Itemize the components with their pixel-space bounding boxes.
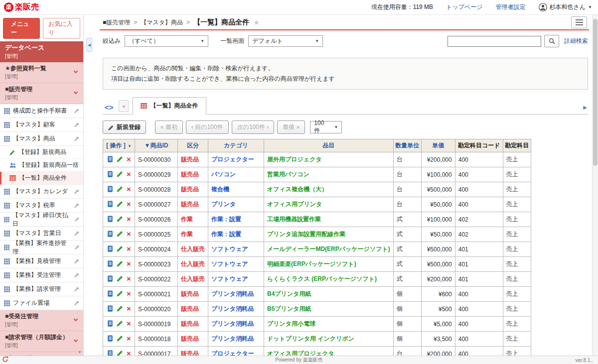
column-header[interactable]: カテゴリ <box>208 139 264 152</box>
wrench-icon[interactable] <box>74 258 79 264</box>
view-record-button[interactable] <box>107 245 114 252</box>
column-header[interactable]: 区分 <box>178 139 208 152</box>
column-filter-icon[interactable]: ▼ <box>128 144 132 148</box>
filter-select[interactable]: （すべて） ▼ <box>125 35 208 47</box>
view-record-button[interactable] <box>107 320 114 327</box>
edit-record-button[interactable] <box>117 170 124 177</box>
delete-record-button[interactable]: × <box>127 350 131 356</box>
view-record-button[interactable] <box>107 305 114 312</box>
top-page-link[interactable]: トップページ <box>446 3 482 11</box>
sidebar-item[interactable]: 構成図と操作手順書 <box>0 104 83 118</box>
column-header[interactable]: 単価 <box>421 139 455 152</box>
column-header[interactable]: 品目 <box>264 139 394 152</box>
delete-record-button[interactable]: × <box>127 185 131 193</box>
edit-record-button[interactable] <box>117 155 124 162</box>
edit-record-button[interactable] <box>117 260 124 267</box>
tab-scroll-right-button[interactable]: ▶ <box>583 105 587 110</box>
app-logo[interactable]: 楽 楽販売 <box>4 2 39 12</box>
page-menu-button[interactable] <box>571 16 587 28</box>
new-record-button[interactable]: 新規登録 <box>103 121 146 134</box>
next-page-button[interactable]: 次の100件 › <box>232 121 275 134</box>
edit-record-button[interactable] <box>117 245 124 252</box>
sidebar-item[interactable]: 【業務】案件進捗管理 <box>0 241 83 254</box>
edit-record-button[interactable] <box>117 185 124 192</box>
edit-record-button[interactable] <box>117 335 124 342</box>
wrench-icon[interactable] <box>74 122 79 127</box>
page-size-select[interactable]: 100件 ▼ <box>310 121 342 133</box>
column-header[interactable]: 数量単位 <box>393 139 421 152</box>
delete-record-button[interactable]: × <box>127 230 131 238</box>
sidebar-item[interactable]: 【マスタ】締日/支払日 <box>0 213 83 227</box>
sidebar-item[interactable]: 【マスタ】カレンダ <box>0 185 83 199</box>
sidebar-item[interactable]: 【業務】請求管理 <box>0 282 83 296</box>
sidebar-subitem[interactable]: 【登録】新規商品 <box>0 146 83 159</box>
delete-record-button[interactable]: × <box>127 200 131 208</box>
last-page-button[interactable]: 最後 » <box>277 121 305 134</box>
delete-record-button[interactable]: × <box>127 290 131 297</box>
view-record-button[interactable] <box>107 260 114 267</box>
wrench-icon[interactable] <box>74 136 79 141</box>
delete-record-button[interactable]: × <box>127 245 131 252</box>
view-record-button[interactable] <box>107 215 114 223</box>
tab-scroll-left-button[interactable]: ◀ <box>119 100 129 112</box>
sidebar-subitem[interactable]: 【登録】新規商品一括 <box>0 159 83 172</box>
edit-record-button[interactable] <box>117 275 124 282</box>
edit-record-button[interactable] <box>117 230 124 237</box>
tab-product-list[interactable]: 【一覧】商品全件 <box>133 97 206 115</box>
wrench-icon[interactable] <box>74 272 79 278</box>
wrench-icon[interactable] <box>74 189 79 194</box>
column-header[interactable]: [ 操作 ]▼ <box>103 139 135 152</box>
edit-record-button[interactable] <box>117 290 124 297</box>
view-record-button[interactable] <box>107 290 114 297</box>
view-record-button[interactable] <box>107 200 114 208</box>
wrench-icon[interactable] <box>74 231 79 236</box>
sidebar-group[interactable]: ■請求管理（月額課金）[管理] <box>0 331 83 352</box>
vertical-scrollbar[interactable] <box>592 15 598 356</box>
sidebar-scroll-down-icon[interactable]: ▼ <box>78 350 82 355</box>
wrench-icon[interactable] <box>74 108 79 114</box>
menu-tab[interactable]: メニュー <box>3 18 40 39</box>
advanced-search-link[interactable]: 詳細検索 <box>564 37 588 45</box>
delete-record-button[interactable]: × <box>127 275 131 282</box>
delete-record-button[interactable]: × <box>127 155 131 163</box>
wrench-icon[interactable] <box>74 244 79 250</box>
view-record-button[interactable] <box>107 155 114 163</box>
edit-record-button[interactable] <box>117 350 124 356</box>
edit-record-button[interactable] <box>117 320 124 327</box>
favorite-star-icon[interactable]: ★ <box>253 18 260 26</box>
search-button[interactable] <box>544 35 559 47</box>
sidebar-collapse-handle[interactable]: ◀ <box>86 38 92 52</box>
sidebar-group[interactable]: ■販売管理[管理] <box>0 83 83 104</box>
sidebar-item[interactable]: ファイル置場 <box>0 296 83 310</box>
delete-record-button[interactable]: × <box>127 260 131 267</box>
breadcrumb-item[interactable]: 【マスタ】商品 <box>141 19 183 26</box>
sidebar-item[interactable]: 【マスタ】顧客 <box>0 118 83 132</box>
panel-toggle-icon[interactable]: <> <box>105 103 114 112</box>
prev-page-button[interactable]: ‹ 前の100件 <box>186 121 229 134</box>
breadcrumb-item[interactable]: ■販売管理 <box>103 19 130 26</box>
delete-record-button[interactable]: × <box>127 305 131 312</box>
view-record-button[interactable] <box>107 275 114 282</box>
sidebar-subitem[interactable]: 【一覧】商品全件 <box>0 172 83 185</box>
delete-record-button[interactable]: × <box>127 335 131 342</box>
view-record-button[interactable] <box>107 230 114 238</box>
sidebar-item[interactable]: 【業務】見積管理 <box>0 254 83 268</box>
sidebar-item[interactable]: 【業務】受注管理 <box>0 268 83 282</box>
user-menu[interactable]: 杉本和也さん ▼ <box>539 3 592 11</box>
wrench-icon[interactable] <box>74 300 79 306</box>
sidebar-item[interactable]: 【マスタ】商品 <box>0 132 83 146</box>
edit-record-button[interactable] <box>117 215 124 222</box>
edit-record-button[interactable] <box>117 305 124 312</box>
wrench-icon[interactable] <box>74 203 79 208</box>
view-record-button[interactable] <box>107 185 114 193</box>
view-select[interactable]: デフォルト ▼ <box>248 35 323 47</box>
search-input[interactable] <box>448 36 541 47</box>
wrench-icon[interactable] <box>74 286 79 292</box>
first-page-button[interactable]: « 最初 <box>155 121 183 134</box>
delete-record-button[interactable]: × <box>127 320 131 327</box>
view-record-button[interactable] <box>107 170 114 178</box>
delete-record-button[interactable]: × <box>127 170 131 178</box>
view-record-button[interactable] <box>107 350 114 356</box>
sidebar-group[interactable]: ★参照資料一覧[管理] <box>0 62 83 83</box>
column-header[interactable]: ▼商品ID <box>135 139 178 152</box>
